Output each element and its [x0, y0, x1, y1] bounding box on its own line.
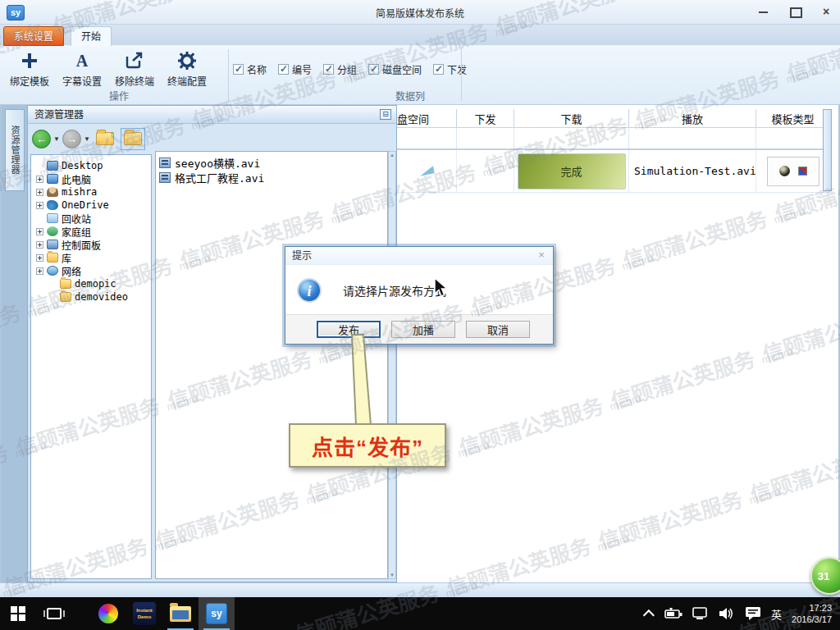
tree-item-label: 家庭组 — [62, 225, 91, 239]
taskbar-clock[interactable]: 17:23 2016/3/17 — [792, 602, 832, 626]
xiafa-cell — [457, 150, 514, 192]
file-explorer-icon — [170, 606, 191, 622]
column-checkbox-3[interactable]: 磁盘空间 — [368, 62, 422, 76]
template-grid-icon — [798, 167, 807, 176]
expand-icon[interactable] — [36, 228, 43, 235]
ribbon-tab-band: 系统设置开始 — [0, 25, 840, 46]
expand-icon[interactable] — [36, 202, 43, 209]
start-button[interactable] — [0, 597, 36, 630]
column-header-0[interactable]: 磁盘空间 — [397, 109, 457, 128]
clock-date: 2016/3/17 — [792, 614, 832, 625]
dialog-button-发布[interactable]: 发布 — [317, 321, 381, 338]
expand-icon[interactable] — [36, 189, 43, 196]
ribbon-button-0[interactable]: 绑定模板 — [3, 48, 56, 92]
column-checkbox-1[interactable]: 编号 — [278, 62, 312, 76]
tree-item-OneDrive[interactable]: OneDrive — [31, 199, 151, 212]
ribbon-button-3[interactable]: 终端配置 — [161, 48, 213, 92]
open-folder-button[interactable] — [121, 128, 145, 150]
taskbar-app-seeyoo[interactable]: sy — [199, 597, 235, 630]
expand-icon[interactable] — [36, 267, 43, 275]
dialog-close-icon[interactable]: × — [535, 249, 548, 262]
folder-icon — [124, 132, 142, 145]
volume-icon[interactable] — [719, 607, 735, 620]
gear-icon — [176, 50, 198, 71]
taskbar-app-file-explorer[interactable] — [162, 597, 199, 630]
ribbon: 绑定模板A字幕设置移除终端终端配置 操作 名称编号分组磁盘空间下发 数据列 — [0, 46, 840, 105]
ribbon-tab-1[interactable]: 开始 — [71, 26, 112, 46]
tree-item-Desktop[interactable]: Desktop — [31, 159, 151, 172]
column-header-1[interactable]: 下发 — [457, 109, 514, 128]
checkbox-label: 磁盘空间 — [382, 62, 422, 76]
column-header-3[interactable]: 播放 — [629, 109, 756, 128]
task-view-button[interactable] — [36, 597, 72, 630]
expand-icon[interactable] — [36, 241, 43, 249]
battery-icon[interactable] — [664, 608, 682, 619]
ime-indicator[interactable]: 英 — [771, 606, 782, 622]
ribbon-button-label: 终端配置 — [167, 74, 207, 88]
minimize-button[interactable] — [755, 4, 773, 19]
template-sphere-icon — [779, 166, 790, 176]
file-item-1[interactable]: 格式工厂教程.avi — [159, 170, 387, 185]
tree-item-库[interactable]: 库 — [31, 251, 151, 264]
expand-icon[interactable] — [36, 254, 43, 262]
notification-icon[interactable] — [745, 606, 761, 621]
ribbon-button-1[interactable]: A字幕设置 — [56, 48, 108, 92]
checkbox-icon — [433, 64, 444, 75]
tree-item-控制面板[interactable]: 控制面板 — [31, 238, 151, 251]
maximize-button[interactable] — [786, 4, 804, 19]
file-list-scrollbar[interactable] — [388, 151, 396, 579]
taskbar-app-instant-demo[interactable]: Instant Demo — [126, 597, 162, 630]
resource-manager-side-tab[interactable]: 资源管理器 — [5, 109, 25, 191]
tree-item-demopic[interactable]: demopic — [31, 277, 151, 290]
group-label-actions: 操作 — [74, 89, 164, 103]
taskbar-app-media[interactable] — [90, 597, 126, 630]
tree-item-此电脑[interactable]: 此电脑 — [31, 172, 151, 185]
task-view-icon — [47, 608, 62, 619]
tree-item-网络[interactable]: 网络 — [31, 264, 151, 277]
file-name: 格式工厂教程.avi — [175, 170, 264, 185]
tree-item-demovideo[interactable]: demovideo — [31, 290, 151, 304]
table-row[interactable]: 完成 Simulation-Test.avi — [397, 150, 830, 193]
network-icon[interactable] — [692, 607, 709, 620]
dialog-button-取消[interactable]: 取消 — [466, 321, 530, 338]
instant-demo-icon: Instant Demo — [133, 602, 156, 625]
file-item-0[interactable]: seeyoo横横.avi — [159, 155, 387, 170]
tree-item-回收站[interactable]: 回收站 — [31, 212, 151, 225]
ribbon-tab-0[interactable]: 系统设置 — [3, 26, 64, 46]
tree-item-label: demopic — [75, 278, 116, 290]
column-checkbox-0[interactable]: 名称 — [233, 62, 267, 76]
tree-item-label: 库 — [62, 251, 71, 265]
up-folder-button[interactable]: ↑ — [96, 132, 114, 145]
seeyoo-app-icon: sy — [206, 603, 227, 624]
column-header-4[interactable]: 模板类型 — [756, 109, 830, 128]
column-checkbox-2[interactable]: 分组 — [323, 62, 357, 76]
template-type-cell[interactable] — [767, 157, 819, 186]
desktop-icon — [47, 161, 58, 171]
computer-icon — [47, 174, 58, 184]
table-header-row: 磁盘空间下发下载播放模板类型 — [397, 109, 832, 128]
back-button[interactable]: ← — [32, 130, 51, 148]
back-dropdown-icon[interactable]: ▼ — [53, 135, 60, 143]
title-bar: sy 简易版媒体发布系统 × — [0, 0, 840, 25]
playing-file-name: Simulation-Test.avi — [634, 165, 756, 177]
remove-terminal-icon — [124, 50, 145, 71]
plus-icon — [19, 50, 40, 71]
tree-item-label: OneDrive — [62, 199, 109, 211]
file-name: seeyoo横横.avi — [175, 155, 260, 171]
group-separator — [461, 49, 462, 101]
ribbon-button-2[interactable]: 移除终端 — [108, 48, 161, 92]
tree-item-mishra[interactable]: mishra — [31, 185, 151, 199]
tray-chevron-icon[interactable] — [643, 609, 655, 621]
column-header-2[interactable]: 下载 — [514, 109, 629, 128]
ribbon-button-label: 绑定模板 — [10, 74, 49, 88]
expand-icon[interactable] — [36, 176, 43, 183]
forward-dropdown-icon[interactable]: ▼ — [84, 135, 90, 143]
tree-item-家庭组[interactable]: 家庭组 — [31, 225, 151, 238]
forward-button[interactable]: → — [62, 130, 81, 148]
collapsed-panel-tab[interactable] — [823, 109, 832, 191]
explorer-header: 资源管理器 ⊟ — [28, 106, 396, 124]
dialog-button-加播[interactable]: 加播 — [391, 321, 455, 338]
checkbox-icon — [233, 64, 244, 75]
close-button[interactable]: × — [817, 4, 835, 19]
pin-icon[interactable]: ⊟ — [380, 109, 391, 120]
